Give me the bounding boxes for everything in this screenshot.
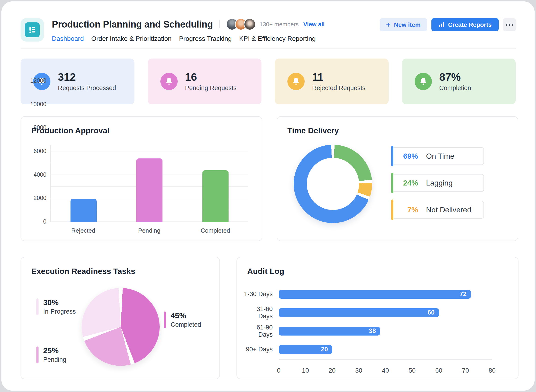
bell-icon	[160, 73, 178, 90]
view-all-link[interactable]: View all	[303, 21, 324, 28]
tab-order-intake-prioritization[interactable]: Order Intake & Prioritization	[91, 35, 172, 42]
stat-label: Pending Requests	[185, 84, 237, 92]
stat-label: Completion	[439, 84, 471, 92]
x-axis-tick: 40	[382, 367, 389, 374]
stat-value: 312	[58, 71, 116, 83]
header-divider	[21, 48, 516, 49]
legend-accent-bar	[391, 200, 393, 220]
x-axis-tick: 0	[277, 367, 280, 374]
x-axis-label: Pending	[116, 227, 182, 234]
create-reports-label: Create Reports	[448, 21, 492, 28]
x-axis-label: Completed	[182, 227, 248, 234]
category-label: 1-30 Days	[243, 290, 279, 298]
y-axis-tick: 12000	[25, 77, 47, 84]
audit-log-card: Audit Log 1-30 Days7231-60 Days6061-90 D…	[236, 257, 518, 379]
category-label: 90+ Days	[243, 346, 279, 353]
tab-dashboard[interactable]: Dashboard	[52, 35, 84, 42]
x-axis-tick: 80	[489, 367, 496, 374]
plus-icon: +	[386, 21, 391, 28]
legend-accent-bar	[391, 146, 393, 166]
x-axis-line	[279, 359, 492, 360]
time-delivery-card: Time Delivery 69%On Time24%Lagging7%Not …	[277, 116, 518, 241]
list-icon	[25, 22, 40, 37]
avatar[interactable]	[244, 18, 256, 30]
member-avatars[interactable]	[226, 18, 256, 30]
tab-progress-tracking[interactable]: Progress Tracking	[179, 35, 232, 42]
bar-track: 60	[279, 308, 492, 317]
tab-kpi-efficiency-reporting[interactable]: KPI & Efficiency Reporting	[239, 35, 316, 42]
legend-item-not-delivered: 7%Not Delivered	[391, 201, 484, 219]
create-reports-button[interactable]: Create Reports	[431, 18, 499, 31]
bar-track: 72	[279, 290, 492, 299]
stat-value: 87%	[439, 71, 471, 83]
bar-31-60-days: 60	[279, 308, 439, 317]
x-axis-tick: 50	[409, 367, 416, 374]
category-label: 31-60 Days	[243, 305, 279, 320]
bar-value: 38	[369, 327, 380, 335]
card-title: Time Delivery	[287, 126, 339, 135]
nav-tabs: DashboardOrder Intake & PrioritizationPr…	[52, 35, 325, 42]
title-divider	[219, 20, 220, 28]
bar-track: 20	[279, 345, 492, 354]
y-axis-tick: 10000	[25, 101, 47, 107]
x-axis-tick: 20	[329, 367, 335, 374]
x-axis-tick: 30	[355, 367, 362, 374]
x-axis-ticks: 01020304050607080	[243, 367, 492, 376]
legend-percent: 25%	[43, 346, 66, 355]
x-axis-tick: 60	[435, 367, 442, 374]
stat-card-completion: 87%Completion	[402, 59, 516, 104]
legend-percent: 7%	[392, 205, 418, 214]
legend-percent: 45%	[171, 312, 201, 320]
legend-percent: 69%	[392, 152, 418, 161]
legend-item-lagging: 24%Lagging	[391, 174, 484, 192]
legend-label: Lagging	[426, 179, 453, 187]
production-approval-categories: RejectedPendingCompleted	[50, 227, 248, 234]
bell-icon	[287, 73, 305, 90]
bar-completed	[202, 170, 229, 222]
y-axis-tick: 0	[25, 218, 47, 225]
stat-value: 11	[312, 71, 365, 83]
time-delivery-legend: 69%On Time24%Lagging7%Not Delivered	[391, 147, 484, 228]
bar-61-90-days: 38	[279, 327, 380, 336]
bell-icon	[415, 73, 432, 90]
stat-value: 16	[185, 71, 237, 83]
x-axis-label: Rejected	[50, 227, 116, 234]
bar-pending	[136, 159, 162, 222]
bar-value: 60	[428, 309, 439, 316]
time-delivery-donut	[294, 145, 372, 223]
legend-item-on-time: 69%On Time	[391, 147, 484, 165]
card-title: Audit Log	[247, 267, 284, 276]
bar-90-days: 20	[279, 345, 332, 354]
production-approval-plot: 020004000600080001000012000	[50, 145, 248, 222]
legend-item-completed: 45%Completed	[164, 312, 201, 328]
new-item-button[interactable]: + New item	[380, 18, 427, 31]
members-count: 130+ members	[260, 21, 299, 28]
more-options-button[interactable]	[503, 18, 516, 31]
legend-label: Pending	[43, 356, 66, 363]
legend-item-pending: 25%Pending	[36, 346, 66, 363]
legend-percent: 30%	[43, 299, 76, 307]
bar-chart-icon	[438, 21, 445, 28]
legend-item-in-progress: 30%In-Progress	[36, 299, 76, 315]
bar-value: 20	[321, 346, 332, 353]
legend-label: Not Delivered	[426, 205, 471, 214]
y-axis-line	[279, 284, 279, 360]
execution-readiness-pie	[82, 288, 160, 366]
y-axis-tick: 8000	[25, 124, 47, 131]
dashboard-app: Production Planning and Scheduling 130+ …	[1, 1, 535, 391]
stat-card-pending-requests: 16Pending Requests	[148, 59, 262, 104]
audit-log-row: 90+ Days20	[243, 340, 492, 359]
new-item-label: New item	[394, 21, 420, 28]
category-label: 61-90 Days	[243, 324, 279, 338]
x-axis-tick: 10	[302, 367, 309, 374]
bar-value: 72	[460, 290, 471, 298]
y-axis-tick: 4000	[25, 171, 47, 178]
stat-card-rejected-requests: 11Rejected Requests	[275, 59, 389, 104]
legend-accent-bar	[36, 299, 38, 315]
audit-log-plot: 1-30 Days7231-60 Days6061-90 Days3890+ D…	[243, 285, 492, 359]
bar-rejected	[71, 199, 97, 222]
bar-1-30-days: 72	[279, 290, 471, 299]
execution-readiness-card: Execution Readiness Tasks 45%Completed25…	[21, 257, 220, 379]
bar-track: 38	[279, 327, 492, 336]
y-axis-tick: 6000	[25, 148, 47, 154]
